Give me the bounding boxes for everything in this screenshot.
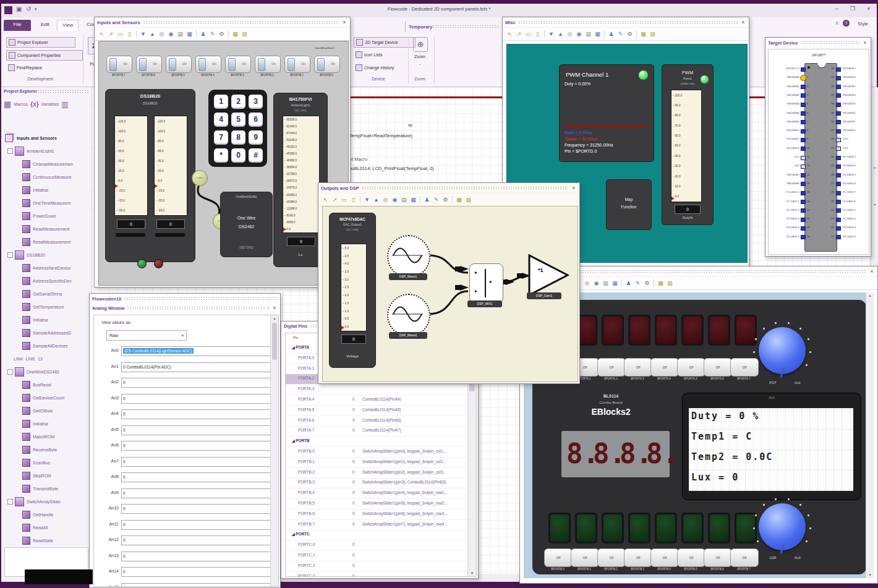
send-back-icon[interactable]: ▲ bbox=[556, 30, 565, 38]
pin-pad[interactable] bbox=[836, 85, 841, 89]
pin-pad[interactable] bbox=[836, 200, 841, 204]
tree-item-readmeasurement[interactable]: ReadMeasurement bbox=[1, 223, 92, 236]
pin-pad[interactable] bbox=[836, 208, 841, 213]
view-mode-select[interactable]: Raw▾ bbox=[106, 330, 187, 341]
pin-pad[interactable] bbox=[801, 85, 806, 89]
pan-icon[interactable]: ↗ bbox=[107, 30, 115, 38]
tree-item-switcharrayslider[interactable]: -SwitchArraySlider bbox=[1, 495, 92, 508]
snap-icon[interactable]: ▦ bbox=[185, 30, 194, 38]
component-icon[interactable]: ♟ bbox=[607, 30, 615, 38]
zoom-button-label[interactable]: Zoom bbox=[409, 54, 430, 59]
pin-pad[interactable] bbox=[801, 200, 806, 204]
expander-icon[interactable]: - bbox=[7, 499, 13, 505]
panel-alt-icon[interactable]: ▨ bbox=[649, 30, 657, 38]
tab-edit[interactable]: Edit bbox=[36, 20, 54, 31]
send-back-icon[interactable]: ▲ bbox=[148, 30, 156, 38]
digital-pin-row[interactable]: PORTA.3 bbox=[286, 385, 467, 395]
target-icon[interactable]: ◎ bbox=[158, 30, 166, 38]
board-button--portb-7[interactable]: Off bbox=[730, 548, 759, 567]
analog-value-input[interactable]: 0 bbox=[121, 520, 271, 530]
edit-icon[interactable]: ✎ bbox=[208, 30, 216, 38]
pin-pad[interactable] bbox=[801, 67, 806, 72]
close-icon[interactable]: × bbox=[869, 268, 875, 275]
pin-pad[interactable] bbox=[801, 235, 806, 239]
component-icon[interactable]: ♟ bbox=[624, 279, 633, 288]
paste-icon[interactable]: ▯ bbox=[534, 30, 542, 38]
tree-item-scanbus[interactable]: ScanBus bbox=[1, 456, 92, 469]
pin-pad[interactable] bbox=[801, 191, 806, 195]
analog-value-input[interactable]: 0 bbox=[121, 567, 271, 577]
analog-value-input[interactable]: 0 bbox=[121, 583, 271, 587]
settings-icon[interactable]: ⚙ bbox=[218, 30, 226, 38]
dsp-wave1-component[interactable] bbox=[387, 235, 430, 278]
paste-icon[interactable]: ▯ bbox=[126, 30, 134, 38]
pin-pad[interactable] bbox=[801, 226, 806, 231]
orbit-icon[interactable]: ◉ bbox=[592, 279, 600, 288]
close-button[interactable]: × bbox=[864, 6, 873, 12]
copy-icon[interactable]: ▭ bbox=[340, 195, 348, 204]
ribbon-item-change-history[interactable]: Change History bbox=[354, 63, 414, 72]
digital-pin-row[interactable]: PORTA.40ComboBL0114(PinA4) bbox=[286, 395, 467, 406]
analog-value-input[interactable]: 0 bbox=[121, 472, 271, 482]
keypad-key-*[interactable]: * bbox=[214, 148, 228, 163]
tree-item-resetmeasurement[interactable]: ResetMeasurement bbox=[1, 236, 92, 249]
pin-pad[interactable] bbox=[836, 93, 841, 98]
keypad-key-4[interactable]: 4 bbox=[214, 113, 228, 127]
close-icon[interactable]: × bbox=[271, 305, 278, 311]
scroll-up-icon[interactable]: ▲ bbox=[866, 294, 874, 297]
tree-item-onetimemeasurem[interactable]: OneTimeMeasurem bbox=[1, 197, 92, 210]
tree-item-samplealldevices[interactable]: SampleAllDevices bbox=[1, 339, 92, 352]
close-icon[interactable]: × bbox=[571, 185, 577, 191]
panel-icon[interactable]: ▩ bbox=[231, 30, 239, 38]
tab-components[interactable]: Components bbox=[82, 20, 95, 31]
digital-pin-row[interactable]: PORTB.10SwitchArraySlider1(pin1), keypad… bbox=[286, 458, 467, 468]
copy-icon[interactable]: ▭ bbox=[524, 30, 532, 38]
help-icon[interactable]: ? bbox=[843, 20, 850, 27]
pin-pad[interactable] bbox=[801, 208, 806, 213]
edit-icon[interactable]: ✎ bbox=[432, 195, 440, 204]
duty-scale[interactable]: 100.090.080.070.060.050.040.030.020.010.… bbox=[671, 90, 702, 202]
grid-icon[interactable]: ▤ bbox=[602, 279, 610, 288]
pin-pad[interactable] bbox=[836, 76, 841, 80]
pin-pad[interactable] bbox=[801, 218, 806, 222]
digital-pin-row[interactable]: PORTB.30SwitchArraySlider1(pin3), ComboB… bbox=[286, 478, 467, 488]
pin-pad[interactable] bbox=[801, 120, 806, 124]
board-button--porta-4[interactable]: Off bbox=[650, 358, 679, 377]
pin-pad[interactable] bbox=[836, 173, 841, 177]
orbit-icon[interactable]: ◉ bbox=[391, 195, 399, 204]
board-button--porta-3[interactable]: Off bbox=[624, 358, 652, 377]
tree-item-readall[interactable]: ReadAll bbox=[1, 521, 92, 534]
pin-pad[interactable] bbox=[836, 218, 841, 222]
digital-pin-row[interactable]: PORTC.00 bbox=[286, 540, 467, 551]
analog-value-input[interactable]: 0 ComboBL0114(Pot ADC) bbox=[121, 362, 271, 372]
orbit-icon[interactable]: ◉ bbox=[167, 30, 175, 38]
digital-pin-row[interactable]: PORTA.60ComboBL0114(PinA6) bbox=[286, 416, 467, 427]
keypad-key-1[interactable]: 1 bbox=[214, 95, 228, 109]
lux-scale[interactable]: 65536.061440.057344.053248.049152.045056… bbox=[283, 116, 320, 233]
tree-item-readstate[interactable]: ReadState bbox=[1, 534, 92, 547]
keypad-key-#[interactable]: # bbox=[249, 148, 263, 163]
tree-item-onewireds2482[interactable]: -OneWireDS2482 bbox=[1, 365, 92, 378]
scroll-right-icon[interactable]: ▸ bbox=[871, 165, 878, 169]
digital-pin-row[interactable]: PORTA.50ComboBL0114(PinA5) bbox=[286, 406, 467, 416]
grid-icon[interactable]: ▤ bbox=[176, 30, 184, 38]
tab-variables[interactable]: Variables bbox=[41, 102, 59, 106]
pin-pad[interactable] bbox=[801, 111, 806, 116]
digital-pin-row[interactable]: ◢ PORTB bbox=[286, 437, 467, 447]
panel-alt-icon[interactable]: ▨ bbox=[464, 195, 472, 204]
tree-item-gettemperature[interactable]: GetTemperature bbox=[1, 300, 92, 313]
digital-pin-row[interactable]: PORTC.30 bbox=[286, 572, 467, 576]
target-icon[interactable]: ◎ bbox=[381, 195, 390, 204]
ds18b20-led-red[interactable] bbox=[154, 259, 163, 268]
select-icon[interactable]: ↖ bbox=[98, 30, 106, 38]
tree-item-powerdown[interactable]: PowerDown bbox=[1, 210, 92, 223]
grid-icon[interactable]: ▤ bbox=[400, 195, 408, 204]
close-icon[interactable]: × bbox=[740, 19, 746, 25]
bring-front-icon[interactable]: ▼ bbox=[547, 30, 555, 38]
analog-value-input[interactable]: 825 ComboBL0114(LightSensor ADC) bbox=[121, 346, 271, 356]
target-icon[interactable]: ◎ bbox=[566, 30, 574, 38]
pin-pad[interactable] bbox=[836, 164, 841, 169]
digital-pin-row[interactable]: PORTB.20SwitchArraySlider1(pin2), keypad… bbox=[286, 468, 467, 479]
ribbon-item-icon-lists[interactable]: Icon Lists bbox=[354, 50, 414, 59]
tree-item-ambientlight1[interactable]: -AmbientLight1 bbox=[1, 145, 92, 158]
